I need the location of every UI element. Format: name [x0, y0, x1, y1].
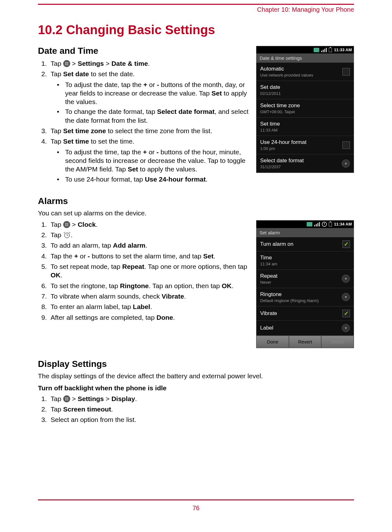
text: .	[150, 303, 152, 310]
page-number: 76	[0, 504, 392, 512]
text: To adjust the time, tap the	[65, 148, 143, 156]
text: To set the ringtone, tap	[51, 282, 120, 289]
list-item: Tap the + or - buttons to set the alarm …	[49, 252, 250, 260]
text: .	[145, 242, 147, 249]
apps-icon	[63, 221, 70, 228]
text: Tap	[51, 138, 63, 145]
list-item: To set repeat mode, tap Repeat. Tap one …	[49, 262, 250, 280]
checkbox[interactable]	[342, 68, 350, 76]
text: .	[135, 395, 137, 402]
text: to select the time zone from the list.	[106, 127, 212, 134]
text: .	[206, 176, 208, 183]
battery-icon	[329, 48, 332, 52]
delete-button[interactable]: Delete	[321, 336, 354, 348]
text: OK	[222, 282, 232, 289]
text: Set	[203, 252, 214, 260]
text: Set time	[63, 138, 89, 145]
text: After all settings are completed, tap	[51, 314, 156, 321]
signal-icon	[321, 48, 327, 52]
text: .	[213, 252, 215, 260]
row-time[interactable]: Time11:34 am	[256, 251, 354, 270]
text: or	[147, 148, 156, 156]
sublabel: 31/12/2037	[260, 164, 304, 169]
text: Tap	[51, 405, 63, 413]
sim-icon	[314, 48, 319, 52]
label: Use 24-hour format	[260, 139, 306, 145]
text: Set	[128, 165, 138, 173]
text: Display	[111, 395, 135, 402]
sublabel: Never	[260, 280, 278, 285]
list-item: Tap > Clock.	[49, 220, 250, 229]
signal-icon	[314, 222, 320, 226]
status-time: 11:33 AM	[334, 47, 352, 52]
text: >	[70, 395, 78, 402]
label: Turn alarm on	[260, 241, 293, 247]
alarm-status-icon	[322, 222, 327, 227]
row-vibrate[interactable]: Vibrate	[256, 306, 354, 321]
sim-icon	[307, 222, 312, 226]
checkbox[interactable]	[342, 141, 350, 149]
footer-rule	[38, 499, 354, 500]
list-item: Tap > Settings > Display.	[49, 394, 354, 403]
battery-icon	[329, 222, 332, 226]
screen-title: Date & time settings	[256, 53, 354, 63]
text: .	[61, 271, 63, 279]
list-item: After all settings are completed, tap Do…	[49, 313, 250, 322]
status-time: 11:34 AM	[334, 222, 352, 226]
row-time-zone[interactable]: Select time zoneGMT+08:00, Taipei	[256, 99, 354, 118]
apps-icon	[63, 60, 70, 67]
text: +	[74, 252, 78, 260]
text: Tap the	[51, 252, 74, 260]
date-time-heading: Date and Time	[38, 46, 250, 56]
row-date-format[interactable]: Select date format31/12/2037 ▾	[256, 154, 354, 173]
date-time-steps: Tap > Settings > Date & time. Tap Set da…	[49, 59, 250, 183]
status-bar: 11:34 AM	[256, 220, 354, 228]
section-heading: 10.2 Changing Basic Settings	[38, 23, 354, 37]
sublabel: Default ringtone (Ringing Alarm)	[260, 298, 319, 303]
label: Vibrate	[260, 310, 277, 317]
text: Tap	[51, 395, 63, 402]
chevron-down-icon: ▾	[342, 159, 350, 168]
revert-button[interactable]: Revert	[289, 336, 322, 348]
row-set-time[interactable]: Set time11:33 AM	[256, 118, 354, 136]
chevron-down-icon: ▾	[342, 293, 350, 301]
checkbox-checked[interactable]	[342, 240, 350, 248]
row-set-date[interactable]: Set date02/12/2011	[256, 81, 354, 99]
text: Tap	[51, 70, 63, 77]
text: Tap	[51, 60, 63, 67]
row-turn-alarm-on[interactable]: Turn alarm on	[256, 237, 354, 251]
text: >	[70, 60, 78, 67]
row-automatic[interactable]: AutomaticUse network-provided values	[256, 63, 354, 81]
row-repeat[interactable]: RepeatNever ▾	[256, 270, 354, 288]
text: Ringtone	[120, 282, 149, 289]
sublabel: GMT+08:00, Taipei	[260, 109, 300, 114]
text: .	[184, 293, 186, 300]
text: Clock	[78, 221, 96, 228]
row-label[interactable]: Label ▾	[256, 321, 354, 336]
list-item: Select an option from the list.	[49, 415, 354, 424]
done-button[interactable]: Done	[256, 336, 289, 348]
text: >	[70, 221, 78, 228]
list-item: Tap Set time zone to select the time zon…	[49, 127, 250, 135]
text: Done	[156, 314, 173, 321]
sublabel: 02/12/2011	[260, 91, 281, 96]
sublabel: 11:34 am	[260, 262, 277, 266]
svg-line-4	[69, 232, 70, 233]
text: or	[78, 252, 88, 260]
text: >	[104, 60, 111, 67]
text: To use 24-hour format, tap	[65, 176, 145, 183]
row-use-24h[interactable]: Use 24-hour format1:00 pm	[256, 136, 354, 154]
list-item: To enter an alarm label, tap Label.	[49, 302, 250, 311]
label: Label	[260, 325, 273, 331]
list-item: To adjust the date, tap the + or - butto…	[57, 80, 250, 106]
label: Select time zone	[260, 102, 300, 109]
checkbox-checked[interactable]	[342, 310, 350, 317]
alarms-steps: Tap > Clock. Tap . To add an alarm, tap …	[49, 220, 250, 322]
text: . Tap one or more options, then tap	[144, 263, 247, 270]
label: Set date	[260, 84, 281, 90]
sublabel: 11:33 AM	[260, 128, 280, 133]
row-ringtone[interactable]: RingtoneDefault ringtone (Ringing Alarm)…	[256, 288, 354, 306]
alarms-heading: Alarms	[38, 196, 354, 206]
text: .	[148, 60, 150, 67]
list-item: Tap .	[49, 231, 250, 239]
